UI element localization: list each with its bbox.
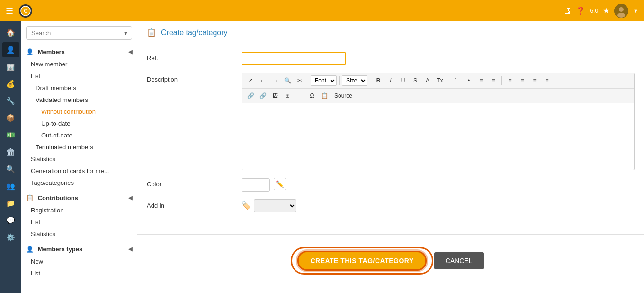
rte-image-btn[interactable]: 🖼 — [269, 91, 281, 101]
rte-sep2 — [339, 76, 340, 85]
rte-align-center-btn[interactable]: ≡ — [517, 75, 528, 86]
color-picker-btn[interactable]: ✏️ — [274, 178, 286, 190]
sidebar-icon-folder[interactable]: 📁 — [2, 196, 19, 211]
sidebar-item-members-types-new[interactable]: New — [21, 256, 137, 267]
sidebar-item-members-types-list[interactable]: List — [21, 267, 137, 279]
contributions-section-header[interactable]: 📋 Contributions ◀ — [21, 192, 137, 204]
sidebar-item-tags-categories[interactable]: Tags/categories — [21, 177, 137, 189]
svg-point-3 — [619, 7, 624, 12]
rte-size-select[interactable]: Size — [342, 75, 367, 86]
sidebar-item-validated-members[interactable]: Validated members — [21, 94, 137, 106]
sidebar-icon-money[interactable]: 💰 — [2, 76, 19, 92]
rte-font-select[interactable]: Font — [311, 75, 337, 86]
rte-search-btn[interactable]: 🔍 — [282, 75, 293, 86]
avatar[interactable] — [614, 4, 628, 18]
add-in-select[interactable] — [254, 199, 296, 212]
help-icon[interactable]: ❓ — [576, 6, 585, 15]
sidebar-icon-home[interactable]: 🏠 — [2, 25, 19, 40]
rte-align-left-btn[interactable]: ≡ — [504, 75, 516, 86]
contributions-chevron: ◀ — [128, 195, 132, 201]
rte-undo-btn[interactable]: ← — [257, 75, 268, 86]
rte-bold-btn[interactable]: B — [373, 75, 384, 86]
rte-sep3 — [370, 76, 370, 85]
rte-align-right-btn[interactable]: ≡ — [529, 75, 540, 86]
rte-removeformat-btn[interactable]: Tx — [434, 75, 446, 86]
hamburger-icon[interactable]: ☰ — [6, 6, 13, 16]
app-logo: C — [19, 4, 32, 18]
rte-fontcolor-btn[interactable]: A — [422, 75, 433, 86]
action-row: CREATE THIS TAG/CATEGORY CANCEL — [137, 244, 644, 280]
sidebar-item-contributions-list[interactable]: List — [21, 216, 137, 228]
rte-source-btn[interactable]: Source — [331, 91, 356, 101]
rte-italic-btn[interactable]: I — [385, 75, 396, 86]
sidebar-item-new-member[interactable]: New member — [21, 58, 137, 70]
svg-text:C: C — [24, 9, 27, 14]
form-body: Ref. Description ⤢ ← → 🔍 — [137, 42, 644, 229]
rte-char-btn[interactable]: Ω — [306, 91, 318, 101]
rte-table-btn[interactable]: ⊞ — [282, 91, 293, 101]
cancel-button[interactable]: CANCEL — [434, 252, 484, 269]
create-tag-button[interactable]: CREATE THIS TAG/CATEGORY — [297, 251, 426, 271]
search-dropdown-icon[interactable]: ▼ — [123, 30, 128, 36]
description-label: Description — [147, 73, 242, 83]
sidebar-item-without-contribution[interactable]: Without contribution — [21, 106, 137, 118]
sidebar-icon-package[interactable]: 📦 — [2, 110, 19, 126]
sidebar-item-contributions-statistics[interactable]: Statistics — [21, 228, 137, 240]
sidebar-icon-building[interactable]: 🏢 — [2, 59, 19, 74]
main-layout: 🏠 👤 🏢 💰 🔧 📦 💵 🏛️ 🔍 👥 📁 💬 ⚙️ ▼ 👤 Members … — [0, 21, 644, 293]
members-section-header[interactable]: 👤 Members ◀ — [21, 46, 137, 58]
sidebar-item-statistics[interactable]: Statistics — [21, 153, 137, 165]
page-title: Create tag/category — [161, 28, 228, 37]
rte-outdent-btn[interactable]: ≡ — [488, 75, 499, 86]
sidebar-item-list[interactable]: List — [21, 70, 137, 82]
rte-toolbar-row2: 🔗 🔗 🖼 ⊞ — Ω 📋 Source — [242, 88, 634, 103]
rte-editor-area[interactable] — [242, 103, 634, 170]
ref-input[interactable] — [242, 52, 346, 65]
contributions-section-label: Contributions — [38, 194, 78, 201]
sidebar-item-out-of-date[interactable]: Out-of-date — [21, 129, 137, 141]
sidebar-icon-settings[interactable]: ⚙️ — [2, 230, 19, 245]
color-label: Color — [147, 178, 242, 188]
tag-icon: 🏷️ — [242, 201, 251, 210]
sidebar-item-registration[interactable]: Registration — [21, 204, 137, 216]
sidebar-icon-chat[interactable]: 💬 — [2, 213, 19, 228]
rte-indent-btn[interactable]: ≡ — [475, 75, 487, 86]
sidebar-item-generation-cards[interactable]: Generation of cards for me... — [21, 165, 137, 177]
rte-fullscreen-btn[interactable]: ⤢ — [245, 75, 256, 86]
members-section-icon: 👤 — [26, 48, 34, 55]
sidebar-icon-tools[interactable]: 🔧 — [2, 93, 19, 109]
rte-paste-btn[interactable]: 📋 — [319, 91, 330, 101]
rte-link-btn[interactable]: 🔗 — [245, 91, 256, 101]
add-in-label: Add in — [147, 199, 242, 209]
rte-ul-btn[interactable]: • — [463, 75, 474, 86]
rte-underline-btn[interactable]: U — [397, 75, 409, 86]
search-input[interactable] — [26, 26, 132, 40]
sidebar-item-terminated-members[interactable]: Terminated members — [21, 141, 137, 153]
sidebar-icon-users[interactable]: 👥 — [2, 179, 19, 194]
print-icon[interactable]: 🖨 — [564, 7, 571, 15]
sidebar-icon-search[interactable]: 🔍 — [2, 162, 19, 177]
rte-unlink-btn[interactable]: 🔗 — [257, 91, 268, 101]
sidebar-item-draft-members[interactable]: Draft members — [21, 82, 137, 94]
rte-sep1 — [308, 76, 308, 85]
rte-sep4 — [448, 76, 448, 85]
sidebar-icon-archive[interactable]: 🏛️ — [2, 145, 19, 160]
ref-label: Ref. — [147, 52, 242, 62]
rte-hr-btn[interactable]: — — [294, 91, 305, 101]
avatar-chevron[interactable]: ▼ — [633, 8, 638, 14]
search-box[interactable]: ▼ — [26, 26, 132, 40]
star-icon[interactable]: ★ — [603, 6, 609, 15]
ref-row: Ref. — [147, 52, 635, 65]
rte-ol-btn[interactable]: 1. — [451, 75, 462, 86]
sidebar-icon-payments[interactable]: 💵 — [2, 128, 19, 143]
rte-scissors-btn[interactable]: ✂ — [294, 75, 305, 86]
members-types-section-header[interactable]: 👤 Members types ◀ — [21, 243, 137, 256]
color-row: Color ✏️ — [147, 178, 635, 192]
topbar: ☰ C 🖨 ❓ 6.0 ★ ▼ — [0, 0, 644, 21]
sidebar-icon-member[interactable]: 👤 — [2, 42, 19, 57]
rte-redo-btn[interactable]: → — [269, 75, 281, 86]
rte-strikethrough-btn[interactable]: S — [410, 75, 421, 86]
rte-align-justify-btn[interactable]: ≡ — [541, 75, 553, 86]
sidebar-item-up-to-date[interactable]: Up-to-date — [21, 118, 137, 129]
rte-container: ⤢ ← → 🔍 ✂ Font Size — [242, 73, 635, 170]
